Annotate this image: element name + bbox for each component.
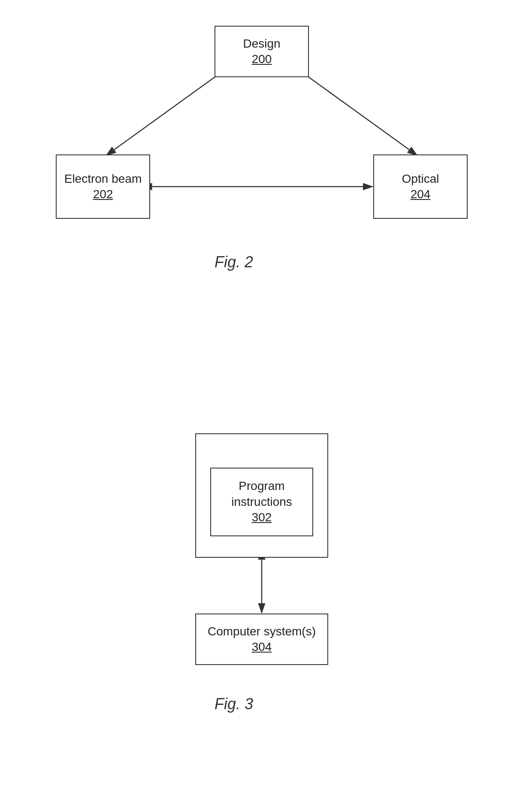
electron-number: 202 [93,187,113,202]
arrows-svg [0,0,532,786]
diagram-container: Design 200 Electron beam 202 Optical 204… [0,0,532,786]
svg-line-5 [306,75,417,155]
design-label: Design [243,36,280,51]
design-number: 200 [252,51,272,67]
computer-number: 304 [252,639,272,655]
fig2-caption: Fig. 2 [215,253,253,271]
computer-systems-box: Computer system(s) 304 [195,614,328,665]
design-box: Design 200 [215,26,309,77]
program-instructions-box: Program instructions 302 [210,468,313,536]
computer-label: Computer system(s) [208,624,316,639]
optical-box: Optical 204 [373,154,468,219]
svg-line-4 [106,75,218,155]
prog-number: 302 [252,510,272,525]
electron-beam-box: Electron beam 202 [56,154,150,219]
fig3-caption: Fig. 3 [215,695,253,713]
electron-label: Electron beam [64,171,142,187]
prog-label: Program instructions [211,478,312,510]
optical-number: 204 [411,187,431,202]
optical-label: Optical [402,171,439,187]
